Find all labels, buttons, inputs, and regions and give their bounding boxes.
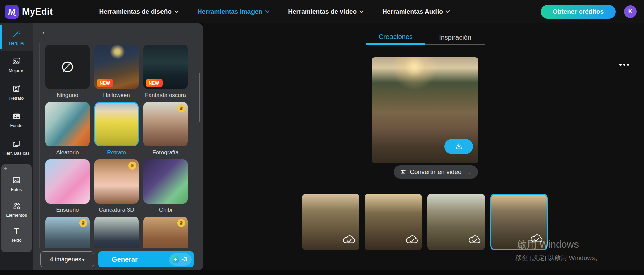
cloud-check-icon — [405, 233, 419, 247]
style-option-partial-3[interactable]: ♛ — [143, 217, 188, 248]
style-option-caricatura-3d[interactable]: ♛ Caricatura 3D — [94, 159, 139, 214]
text-icon: T — [14, 227, 19, 235]
sidebar-item-label: Fondo — [10, 123, 23, 128]
sidebar-item-label: Texto — [11, 238, 21, 243]
style-thumbnail[interactable] — [94, 102, 139, 146]
arrow-right-icon: → — [465, 168, 471, 176]
sidebar-item-elementos[interactable]: Elementos — [1, 197, 32, 222]
premium-crown-icon: ♛ — [128, 162, 136, 170]
nav-image-tools[interactable]: Herramientas Imagen — [197, 8, 269, 15]
style-thumbnail[interactable]: ♛ — [45, 217, 90, 248]
style-option-retrato-selected[interactable]: Retrato — [94, 102, 139, 157]
style-label: Caricatura 3D — [94, 206, 139, 214]
nav-video-tools[interactable]: Herramientas de video — [288, 8, 363, 15]
creations-area: Creaciones Inspiración Convertir en vide… — [203, 23, 644, 270]
style-option-chibi[interactable]: Chibi — [143, 159, 188, 214]
result-thumbnail-1[interactable] — [302, 194, 359, 250]
style-label: Chibi — [143, 206, 188, 214]
generated-image-preview[interactable] — [372, 57, 478, 163]
photo-icon — [12, 176, 21, 185]
style-option-fotografia[interactable]: ♛ Fotografía — [143, 102, 188, 157]
result-thumbnail-2[interactable] — [365, 194, 422, 250]
sidebar-item-fondo[interactable]: Fondo — [0, 106, 33, 133]
app-title[interactable]: MyEdit — [22, 7, 53, 17]
credit-cost-pill: -3 — [169, 253, 192, 266]
sidebar-item-herr-basicas[interactable]: Herr. Básicas — [0, 133, 33, 161]
style-thumbnail[interactable] — [143, 159, 188, 204]
sidebar-item-fotos[interactable]: Fotos — [1, 171, 32, 197]
nav-audio-tools[interactable]: Herramientas Audio — [382, 8, 449, 15]
more-options-icon[interactable] — [619, 64, 629, 66]
style-label: Halloween — [94, 91, 139, 100]
sidebar-item-label: Fotos — [11, 187, 22, 192]
cloud-check-icon — [342, 233, 356, 247]
sidebar-item-label: Herr. Básicas — [3, 151, 29, 156]
style-option-ensueno[interactable]: Ensueño — [45, 159, 90, 214]
credit-gem-icon — [172, 256, 179, 263]
sidebar-item-mejoras[interactable]: Mejoras — [0, 51, 33, 78]
premium-crown-icon: ♛ — [79, 219, 87, 227]
nav-design-tools[interactable]: Herramientas de diseño — [99, 8, 178, 15]
style-thumbnail[interactable]: NEW — [94, 45, 139, 89]
result-thumbnails — [302, 194, 548, 250]
style-thumbnail[interactable]: ∅ — [45, 45, 90, 89]
logo-dot — [14, 15, 16, 16]
sidebar-item-herr-ia[interactable]: Herr. IA — [0, 23, 33, 51]
generate-button[interactable]: Generar -3 — [98, 251, 194, 267]
style-label: Ninguno — [45, 91, 90, 100]
download-button[interactable] — [444, 139, 473, 154]
nav-label: Herramientas de video — [288, 8, 357, 15]
nav-label: Herramientas de diseño — [99, 8, 172, 15]
style-option-aleatorio[interactable]: Aleatorio — [45, 102, 90, 157]
premium-crown-icon: ♛ — [177, 219, 185, 227]
portrait-sparkle-icon — [12, 84, 21, 93]
style-option-partial-1[interactable]: ♛ — [45, 217, 90, 248]
style-option-halloween[interactable]: NEW Halloween — [94, 45, 139, 100]
get-credits-button[interactable]: Obtener créditos — [541, 5, 616, 19]
style-thumbnail[interactable]: ♛ — [94, 159, 139, 204]
sidebar-item-label: Elementos — [6, 213, 27, 218]
style-thumbnail[interactable]: NEW — [143, 45, 188, 89]
style-option-ninguno[interactable]: ∅ Ninguno — [45, 45, 90, 100]
nav-label: Herramientas Audio — [382, 8, 443, 15]
premium-crown-icon: ♛ — [177, 104, 185, 112]
panel-divider — [39, 43, 40, 248]
magic-wand-icon — [12, 29, 21, 38]
sidebar-item-texto[interactable]: T Texto — [1, 222, 32, 248]
download-icon — [455, 142, 463, 151]
result-thumbnail-3[interactable] — [427, 194, 485, 250]
video-icon — [400, 169, 407, 175]
style-label: Retrato — [94, 148, 139, 157]
sidebar-library-group: + Fotos Elementos — [1, 164, 32, 252]
content-tabs: Creaciones Inspiración — [366, 30, 485, 46]
style-thumbnail[interactable] — [45, 159, 90, 204]
myedit-app: M MyEdit Herramientas de diseño Herramie… — [0, 0, 644, 275]
style-label: Aleatorio — [45, 148, 90, 157]
style-option-partial-2[interactable] — [94, 217, 139, 248]
tab-creaciones[interactable]: Creaciones — [366, 30, 425, 45]
image-count-dropdown[interactable]: 4 imágenes ▾ — [40, 251, 94, 267]
back-button[interactable]: ← — [40, 26, 50, 37]
user-avatar[interactable]: K — [624, 5, 637, 18]
style-label: Fotografía — [143, 148, 188, 157]
new-badge: NEW — [97, 79, 113, 87]
chevron-down-icon — [265, 9, 269, 13]
style-grid: ∅ Ninguno NEW Halloween NEW Fantasía osc… — [45, 45, 188, 248]
tab-inspiracion[interactable]: Inspiración — [425, 30, 485, 45]
nav-label: Herramientas Imagen — [197, 8, 262, 15]
image-count-label: 4 imágenes — [50, 256, 81, 263]
style-thumbnail[interactable]: ♛ — [143, 102, 188, 146]
style-thumbnail[interactable] — [94, 217, 139, 248]
result-thumbnail-4-selected[interactable] — [490, 194, 548, 250]
style-thumbnail[interactable]: ♛ — [143, 217, 188, 248]
myedit-logo-icon[interactable]: M — [5, 5, 19, 19]
image-sparkle-icon — [12, 57, 21, 66]
sidebar-item-retrato[interactable]: Retrato — [0, 78, 33, 106]
panel-scrollbar[interactable] — [199, 73, 200, 122]
background-image-icon — [12, 112, 21, 121]
convert-to-video-button[interactable]: Convertir en video → — [394, 165, 478, 179]
shapes-icon — [12, 201, 21, 210]
main-nav: Herramientas de diseño Herramientas Imag… — [99, 8, 449, 15]
style-thumbnail[interactable] — [45, 102, 90, 146]
style-option-fantasia-oscura[interactable]: NEW Fantasía oscura — [143, 45, 188, 100]
